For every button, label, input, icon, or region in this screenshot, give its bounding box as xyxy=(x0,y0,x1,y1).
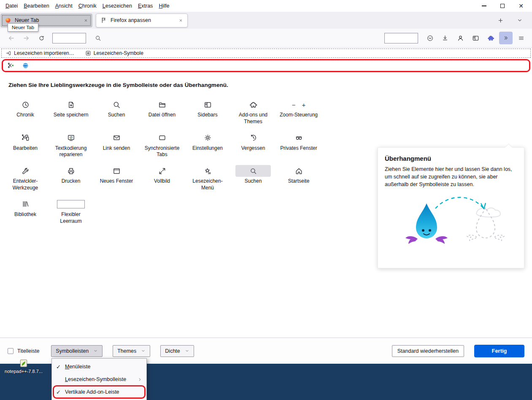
new-tab-button[interactable] xyxy=(495,15,506,26)
menu-datei[interactable]: Datei xyxy=(3,1,21,11)
palette-item-label: Suchen xyxy=(245,178,262,185)
menu-bearbeiten[interactable]: Bearbeiten xyxy=(21,1,52,11)
tab-close-button[interactable] xyxy=(81,16,90,24)
menu-hilfe[interactable]: Hilfe xyxy=(156,1,172,11)
palette-item-add-ons-und-themes[interactable]: Add-ons und Themes xyxy=(230,97,276,125)
palette-item-flexibler-leerraum[interactable]: Flexibler Leerraum xyxy=(48,197,94,225)
palette-item-label: Startseite xyxy=(288,178,310,185)
sidebar-toggle-button[interactable] xyxy=(469,32,482,44)
submenu-arrow-icon xyxy=(138,377,142,382)
vertical-addon-bar[interactable] xyxy=(2,59,530,72)
customize-page: Ziehen Sie Ihre Lieblingswerkzeuge in di… xyxy=(0,73,532,338)
pocket-button[interactable] xyxy=(423,32,437,44)
minimize-icon xyxy=(482,5,486,6)
desktop-icon-notepad[interactable]: notepad++-7.8.7... xyxy=(3,359,44,374)
dropdown-symbolleisten[interactable]: Symbolleisten xyxy=(51,345,103,357)
palette-item-neues-fenster[interactable]: Neues Fenster xyxy=(94,164,139,192)
bookmark-item-lesezeichen-importieren[interactable]: Lesezeichen importieren… xyxy=(5,50,74,56)
minimize-button[interactable] xyxy=(475,0,493,12)
downloads-button[interactable] xyxy=(438,32,452,44)
menu-item-lesezeichen-symbolleiste[interactable]: Lesezeichen-Symbolleiste xyxy=(52,373,146,386)
palette-item-vollbild[interactable]: Vollbild xyxy=(139,164,185,192)
palette-item-label: Zoom-Steuerung xyxy=(280,112,318,119)
home-icon xyxy=(295,167,303,175)
navigation-toolbar xyxy=(0,29,532,48)
app-menu-button[interactable] xyxy=(514,32,528,44)
bookmark-item-label: Lesezeichen importieren… xyxy=(14,50,74,56)
list-all-tabs-button[interactable] xyxy=(514,15,525,26)
menu-item-men-leiste[interactable]: ✓Menüleiste xyxy=(52,360,146,373)
menu-item-vertikale-add-on-leiste[interactable]: ✓Vertikale Add-on-Leiste xyxy=(52,386,146,398)
tab-firefox-anpassen[interactable]: Firefox anpassen xyxy=(96,14,188,27)
hamburger-icon xyxy=(518,35,524,41)
menu-chronik[interactable]: Chronik xyxy=(76,1,100,11)
palette-item-synchronisierte-tabs[interactable]: Synchronisierte Tabs xyxy=(139,131,185,159)
addons-icon xyxy=(249,101,257,109)
palette-item-chronik[interactable]: Chronik xyxy=(3,97,48,125)
text-encoding-icon: @ xyxy=(67,134,75,142)
palette-item-textkodierung-reparieren[interactable]: @Textkodierung reparieren xyxy=(48,131,94,159)
done-button[interactable]: Fertig xyxy=(474,345,524,357)
menu-lesezeichen[interactable]: Lesezeichen xyxy=(100,1,135,11)
address-bar[interactable] xyxy=(52,33,86,43)
desktop-icon-label: notepad++-7.8.7... xyxy=(5,369,43,374)
synced-tabs-icon xyxy=(158,134,166,142)
search-bar[interactable] xyxy=(384,33,418,43)
bookmark-item-lesezeichen-symbole[interactable]: Lesezeichen-Symbole xyxy=(85,50,143,56)
palette-item-suchen[interactable]: Suchen xyxy=(94,97,139,125)
palette-item-sidebars[interactable]: Sidebars xyxy=(185,97,230,125)
palette-item-entwickler-werkzeuge[interactable]: Entwickler-Werkzeuge xyxy=(3,164,48,192)
overflow-menu-button[interactable] xyxy=(499,32,513,44)
extension-button[interactable] xyxy=(484,32,497,44)
forward-button[interactable] xyxy=(19,32,33,44)
palette-item-startseite[interactable]: Startseite xyxy=(276,164,321,192)
palette-item-privates-fenster[interactable]: Privates Fenster xyxy=(276,131,321,159)
palette-item-label: Textkodierung reparieren xyxy=(51,145,90,159)
print-icon xyxy=(67,167,75,175)
firefox-favicon-icon xyxy=(5,17,11,24)
tab-close-button[interactable] xyxy=(176,16,185,24)
chevron-down-icon xyxy=(93,349,98,353)
palette-item-suchen-2[interactable]: Suchen xyxy=(230,164,276,192)
palette-item-bearbeiten[interactable]: Bearbeiten xyxy=(3,131,48,159)
palette-item-seite-speichern[interactable]: Seite speichern xyxy=(48,97,94,125)
fullscreen-icon xyxy=(158,167,166,175)
overflow-panel-title: Überhangmenü xyxy=(385,155,517,162)
palette-item-vergessen[interactable]: Vergessen xyxy=(230,131,276,159)
account-button[interactable] xyxy=(454,32,467,44)
tab-bar: Neuer TabFirefox anpassen xyxy=(0,12,532,29)
menu-ansicht[interactable]: Ansicht xyxy=(52,1,76,11)
palette-item-label: Flexibler Leerraum xyxy=(51,211,90,225)
restore-defaults-button[interactable]: Standard wiederherstellen xyxy=(392,345,464,357)
palette-item-bibliothek[interactable]: Bibliothek xyxy=(3,197,48,225)
checkmark-icon: ✓ xyxy=(56,389,65,395)
settings-icon xyxy=(204,134,212,142)
palette-item-drucken[interactable]: Drucken xyxy=(48,164,94,192)
tab-title: Firefox anpassen xyxy=(111,17,173,23)
dropdown-dichte[interactable]: Dichte xyxy=(160,345,194,357)
chevron-down-icon xyxy=(185,349,189,353)
maximize-button[interactable] xyxy=(493,0,512,12)
palette-item-link-senden[interactable]: Link senden xyxy=(94,131,139,159)
palette-item-label: Drucken xyxy=(62,178,81,185)
addon-scissors-button[interactable] xyxy=(8,62,15,69)
palette-item-einstellungen[interactable]: Einstellungen xyxy=(185,131,230,159)
titlebar-checkbox[interactable] xyxy=(8,348,14,354)
reload-icon xyxy=(38,35,45,41)
palette-item-lesezeichen-men[interactable]: Lesezeichen-Menü xyxy=(185,164,230,192)
palette-item-label: Datei öffnen xyxy=(149,112,176,119)
palette-item-label: Einstellungen xyxy=(192,145,223,152)
import-icon xyxy=(5,50,11,56)
download-icon xyxy=(442,35,448,41)
dropdown-label: Symbolleisten xyxy=(56,348,89,354)
addon-globe-button[interactable] xyxy=(22,62,29,69)
dropdown-themes[interactable]: Themes xyxy=(113,345,150,357)
palette-item-zoom-steuerung[interactable]: −+Zoom-Steuerung xyxy=(276,97,321,125)
menu-extras[interactable]: Extras xyxy=(135,1,156,11)
reload-button[interactable] xyxy=(35,32,48,44)
palette-item-datei-ffnen[interactable]: Datei öffnen xyxy=(139,97,185,125)
back-button[interactable] xyxy=(4,32,18,44)
maximize-icon xyxy=(500,4,505,8)
close-window-button[interactable]: ✕ xyxy=(512,0,530,12)
toolbar-button-preview xyxy=(235,165,271,177)
